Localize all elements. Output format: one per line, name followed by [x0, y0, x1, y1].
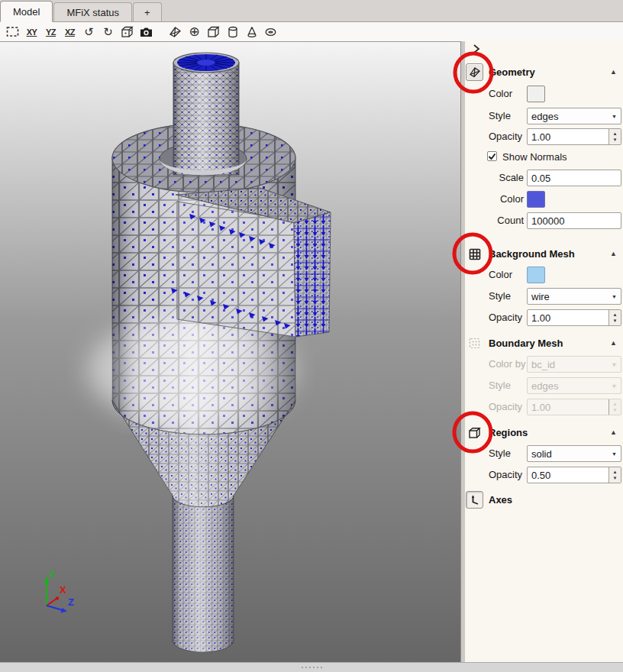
- geometry-title: Geometry: [489, 66, 535, 78]
- background-mesh-header[interactable]: Background Mesh ▲: [466, 245, 621, 263]
- axis-z-label: Z: [68, 596, 74, 608]
- tab-model-label: Model: [13, 6, 40, 18]
- geometry-color-swatch[interactable]: [527, 86, 545, 102]
- regions-style-select[interactable]: solid ▼: [527, 445, 621, 462]
- bgmesh-style-label: Style: [489, 290, 511, 302]
- axes-header[interactable]: Axes: [466, 491, 621, 509]
- add-cone-button[interactable]: [243, 24, 261, 40]
- normals-scale-label: Scale: [465, 172, 524, 183]
- geometry-style-select[interactable]: edges ▼: [527, 108, 621, 124]
- sphere-icon: ⊕: [189, 24, 199, 40]
- spin-down-icon: ▼: [613, 476, 618, 480]
- collapse-panel-chevron-icon[interactable]: [472, 44, 481, 54]
- background-mesh-toggle-button[interactable]: [466, 245, 483, 263]
- background-mesh-title: Background Mesh: [489, 248, 575, 260]
- bottom-splitter[interactable]: [0, 662, 623, 672]
- axes-toggle-button[interactable]: [466, 491, 483, 509]
- view-yz-button[interactable]: YZ: [42, 24, 60, 40]
- boundary-colorby-label: Color by: [489, 358, 525, 370]
- rotate-left-button[interactable]: ↺: [80, 24, 98, 40]
- show-normals-label: Show Normals: [502, 151, 567, 163]
- inlet-normals-cluster: [294, 212, 331, 337]
- view-xz-button[interactable]: XZ: [61, 24, 79, 40]
- new-tab-label: +: [144, 7, 150, 18]
- regions-opacity-label: Opacity: [489, 469, 522, 480]
- add-sphere-button[interactable]: ⊕: [186, 24, 204, 40]
- grid-icon: [469, 248, 481, 260]
- boundary-style-label: Style: [489, 380, 511, 391]
- boundary-mesh-header[interactable]: Boundary Mesh ▲: [466, 334, 621, 353]
- chevron-down-icon: ▼: [612, 383, 617, 389]
- cylinder-icon: [227, 26, 239, 38]
- show-normals-checkbox[interactable]: [487, 151, 497, 161]
- geometry-icon: [469, 66, 481, 78]
- screenshot-button[interactable]: [137, 24, 156, 40]
- axis-x-label: X: [60, 584, 66, 596]
- tab-mfix-status[interactable]: MFiX status: [53, 2, 132, 21]
- boundary-mesh-toggle-button[interactable]: [466, 334, 483, 352]
- collapse-arrow-icon[interactable]: ▲: [610, 250, 617, 257]
- spin-down-icon: ▼: [613, 137, 618, 142]
- check-icon: [488, 152, 496, 160]
- geometry-icon: [169, 26, 182, 38]
- cube-icon: [468, 427, 481, 439]
- cone-icon: [246, 26, 258, 38]
- bgmesh-opacity-spinbox[interactable]: 1.00 ▲▼: [527, 309, 621, 326]
- camera-icon: [140, 27, 153, 37]
- spin-up-icon: ▲: [613, 402, 618, 406]
- splitter-grip: [302, 667, 322, 668]
- regions-title: Regions: [489, 427, 528, 438]
- cyclone-mesh-scene: Y X Z: [0, 42, 460, 664]
- chevron-down-icon: ▼: [612, 451, 617, 457]
- normals-color-swatch[interactable]: [527, 191, 545, 208]
- boundary-style-select: edges ▼: [527, 377, 621, 394]
- render-view[interactable]: Y X Z: [0, 41, 460, 664]
- reset-view-button[interactable]: [4, 24, 22, 40]
- chevron-down-icon: ▼: [612, 294, 617, 299]
- spin-down-icon: ▼: [613, 408, 618, 412]
- boundary-colorby-select: bc_id ▼: [527, 356, 621, 373]
- rotate-ccw-icon: ↺: [84, 25, 94, 39]
- view-xy-button[interactable]: XY: [23, 24, 41, 40]
- spin-up-icon: ▲: [613, 470, 618, 474]
- normals-count-input[interactable]: 100000: [527, 212, 621, 229]
- torus-icon: [264, 27, 277, 37]
- rotate-right-button[interactable]: ↻: [99, 24, 118, 40]
- vortex-finder: [173, 53, 239, 175]
- boundary-opacity-label: Opacity: [489, 401, 522, 412]
- add-geometry-button[interactable]: [166, 24, 185, 40]
- tab-mfix-status-label: MFiX status: [66, 7, 119, 18]
- add-torus-button[interactable]: [262, 24, 280, 40]
- spin-down-icon: ▼: [613, 318, 618, 323]
- regions-opacity-spinbox[interactable]: 0.50 ▲▼: [527, 467, 621, 483]
- regions-header[interactable]: Regions ▲: [466, 424, 621, 442]
- collapse-arrow-icon[interactable]: ▲: [610, 428, 617, 436]
- add-cylinder-button[interactable]: [224, 24, 242, 40]
- axes-icon: [469, 494, 480, 506]
- chevron-down-icon: ▼: [612, 362, 617, 367]
- view-toolbar: XY YZ XZ ↺ ↻ ⊕: [0, 22, 623, 41]
- bgmesh-opacity-label: Opacity: [489, 312, 522, 323]
- perspective-button[interactable]: [118, 24, 137, 40]
- normals-scale-input[interactable]: 0.05: [527, 170, 621, 186]
- bgmesh-style-select[interactable]: wire ▼: [527, 288, 621, 305]
- bgmesh-color-swatch[interactable]: [527, 267, 545, 283]
- regions-toggle-button[interactable]: [466, 424, 483, 441]
- visualization-panel: Geometry ▲ Color Style edges ▼ Opacity 1…: [465, 41, 623, 663]
- geometry-header[interactable]: Geometry ▲: [466, 63, 621, 82]
- geometry-toggle-button[interactable]: [466, 63, 483, 81]
- collapse-arrow-icon[interactable]: ▲: [610, 68, 617, 76]
- axis-y-label: Y: [49, 570, 55, 580]
- fit-view-icon: [6, 26, 19, 37]
- tab-model[interactable]: Model: [0, 1, 53, 22]
- tab-new[interactable]: +: [133, 2, 162, 21]
- geometry-color-label: Color: [489, 88, 512, 99]
- spin-up-icon: ▲: [613, 312, 618, 317]
- add-box-button[interactable]: [205, 24, 223, 40]
- collapse-arrow-icon[interactable]: ▲: [610, 339, 617, 347]
- perspective-cube-icon: [121, 26, 134, 38]
- chevron-down-icon: ▼: [612, 114, 617, 119]
- geometry-opacity-spinbox[interactable]: 1.00 ▲▼: [527, 128, 621, 145]
- normals-count-label: Count: [465, 215, 524, 226]
- box-icon: [207, 26, 220, 38]
